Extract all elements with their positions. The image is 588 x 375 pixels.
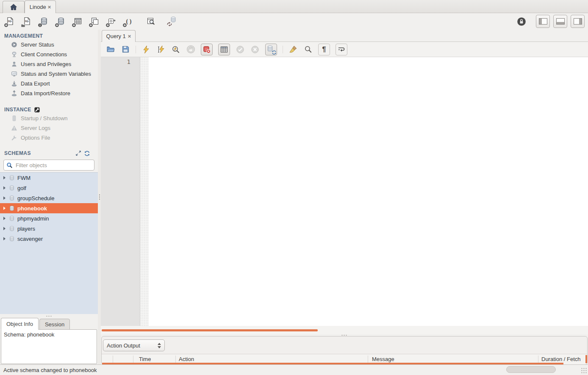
output-panel: Action Output Time Action Message Durati… bbox=[101, 336, 588, 365]
schema-icon bbox=[9, 175, 15, 181]
code-folding-margin bbox=[140, 57, 149, 326]
scrollbar-thumb[interactable] bbox=[506, 366, 556, 373]
rollback-button[interactable] bbox=[250, 45, 260, 54]
toggle-autocommit-button[interactable] bbox=[265, 44, 277, 55]
sql-editor-toolbar: ¶ bbox=[101, 42, 588, 57]
filter-objects-input[interactable] bbox=[15, 162, 92, 169]
tab-query-1[interactable]: Query 1 × bbox=[102, 30, 136, 42]
sidebar-item-startup-shutdown[interactable]: Startup / Shutdown bbox=[0, 113, 98, 123]
commit-check-icon bbox=[236, 45, 244, 54]
object-info-panel: Schema: phonebook bbox=[1, 329, 97, 364]
show-invisibles-button[interactable]: ¶ bbox=[318, 44, 330, 55]
sidebar-item-server-status[interactable]: Server Status bbox=[0, 40, 98, 50]
close-tab-icon[interactable]: × bbox=[48, 4, 51, 10]
tab-session[interactable]: Session bbox=[39, 319, 70, 330]
expand-panel-icon[interactable] bbox=[75, 150, 81, 156]
sidebar-item-status-variables[interactable]: Status and System Variables bbox=[0, 69, 98, 79]
sidebar-item-data-export[interactable]: Data Export bbox=[0, 79, 98, 88]
connection-tab-linode[interactable]: Linode × bbox=[25, 0, 56, 13]
stop-on-error-icon bbox=[202, 45, 211, 54]
execute-all-button[interactable] bbox=[141, 45, 151, 54]
search-icon bbox=[6, 162, 13, 168]
schema-row-players[interactable]: players bbox=[0, 223, 98, 234]
search-table-data-button[interactable] bbox=[145, 16, 156, 27]
schema-row-fwm[interactable]: FWM bbox=[0, 173, 98, 183]
close-query-tab-icon[interactable]: × bbox=[128, 33, 131, 39]
toggle-right-sidebar-button[interactable] bbox=[571, 15, 585, 28]
execute-current-button[interactable] bbox=[156, 45, 166, 54]
info-tab-bar: Object Info Session bbox=[0, 318, 98, 330]
sidebar-item-users-privileges[interactable]: Users and Privileges bbox=[0, 59, 98, 69]
expand-arrow-icon[interactable] bbox=[3, 186, 6, 190]
beautify-sql-button[interactable] bbox=[288, 45, 298, 54]
schema-row-golf[interactable]: golf bbox=[0, 183, 98, 193]
refresh-schemas-icon[interactable] bbox=[84, 150, 90, 157]
toggle-left-sidebar-button[interactable] bbox=[536, 15, 550, 28]
column-header-duration[interactable]: Duration / Fetch bbox=[541, 356, 586, 362]
user-icon bbox=[11, 61, 17, 67]
schema-inspector-button[interactable] bbox=[38, 16, 49, 27]
editor-horizontal-scrollbar[interactable] bbox=[101, 326, 588, 334]
save-script-button[interactable] bbox=[121, 45, 130, 54]
search-table-icon bbox=[147, 17, 155, 25]
sidebar-item-server-logs[interactable]: Server Logs bbox=[0, 123, 98, 133]
panel-right-icon bbox=[574, 18, 582, 25]
expand-arrow-icon[interactable] bbox=[3, 176, 6, 179]
home-icon bbox=[9, 3, 18, 11]
open-folder-icon bbox=[106, 45, 115, 54]
sidebar-item-client-connections[interactable]: Client Connections bbox=[0, 50, 98, 59]
create-function-button[interactable] bbox=[123, 16, 134, 27]
open-sql-script-button[interactable]: SQL bbox=[21, 16, 32, 27]
management-section-title: MANAGEMENT bbox=[0, 30, 98, 40]
schema-row-phonebook-selected[interactable]: phonebook bbox=[0, 203, 98, 213]
toggle-wrap-button[interactable] bbox=[336, 44, 347, 55]
toggle-output-area-button[interactable] bbox=[553, 15, 567, 28]
create-view-button[interactable] bbox=[89, 16, 100, 27]
explain-plan-button[interactable] bbox=[171, 45, 180, 54]
import-icon bbox=[11, 90, 17, 97]
tab-object-info[interactable]: Object Info bbox=[1, 318, 39, 330]
status-message: Active schema changed to phonebook bbox=[3, 367, 97, 373]
schema-row-scavenger[interactable]: scavenger bbox=[0, 234, 98, 244]
stop-hand-icon bbox=[186, 45, 195, 54]
create-procedure-button[interactable] bbox=[106, 16, 117, 27]
output-vertical-scrollbar-thumb[interactable] bbox=[585, 355, 587, 363]
find-button[interactable] bbox=[303, 45, 313, 54]
mysql-workbench-window: Linode × SQL SQL bbox=[0, 0, 588, 375]
column-header-action[interactable]: Action bbox=[179, 356, 194, 362]
column-header-time[interactable]: Time bbox=[139, 356, 151, 362]
new-sql-tab-button[interactable]: SQL bbox=[4, 16, 15, 27]
toggle-stop-on-error-button[interactable] bbox=[201, 44, 213, 55]
object-info-text: Schema: phonebook bbox=[4, 331, 54, 338]
export-icon bbox=[11, 80, 17, 87]
sidebar-main-splitter[interactable] bbox=[98, 30, 101, 365]
sidebar-item-data-import[interactable]: Data Import/Restore bbox=[0, 88, 98, 98]
client-connections-icon bbox=[11, 51, 17, 58]
wrap-text-icon bbox=[337, 45, 346, 54]
home-tab[interactable] bbox=[3, 1, 25, 13]
sidebar-item-options-file[interactable]: Options File bbox=[0, 133, 98, 143]
sql-editor-canvas[interactable] bbox=[149, 57, 588, 326]
expand-arrow-icon[interactable] bbox=[3, 227, 6, 230]
create-schema-button[interactable] bbox=[55, 16, 66, 27]
column-separator bbox=[133, 356, 133, 363]
expand-arrow-icon[interactable] bbox=[3, 217, 6, 220]
schema-icon bbox=[9, 205, 15, 211]
schema-row-phpmyadmin[interactable]: phpmyadmin bbox=[0, 213, 98, 223]
open-file-button[interactable] bbox=[106, 45, 115, 54]
column-header-message[interactable]: Message bbox=[372, 356, 394, 362]
expand-arrow-icon[interactable] bbox=[3, 196, 6, 200]
plus-badge-icon bbox=[122, 23, 127, 28]
schema-row-groupschedule[interactable]: groupSchedule bbox=[0, 193, 98, 203]
reconnect-dbms-button[interactable] bbox=[167, 16, 178, 27]
commit-button[interactable] bbox=[236, 45, 245, 54]
scrollbar-thumb[interactable] bbox=[102, 329, 318, 331]
create-table-button[interactable] bbox=[72, 16, 83, 27]
expand-arrow-icon[interactable] bbox=[3, 207, 6, 210]
expand-arrow-icon[interactable] bbox=[3, 237, 6, 240]
stop-query-button[interactable] bbox=[186, 45, 195, 54]
output-selector[interactable]: Action Output bbox=[103, 339, 165, 351]
plus-badge-icon bbox=[4, 23, 8, 28]
limit-rows-button[interactable] bbox=[218, 44, 230, 55]
wrench-badge-icon bbox=[34, 107, 40, 113]
